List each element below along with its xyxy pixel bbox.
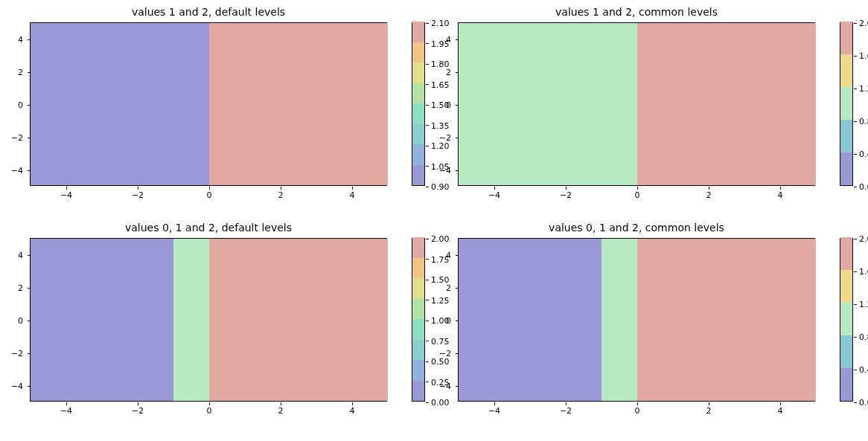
xtick-label: 0 <box>635 407 640 415</box>
axes: −4−2024−4−2024 <box>458 238 815 402</box>
colorbar-segment <box>840 152 852 185</box>
cbar-tick-mark <box>426 187 429 187</box>
cbar-tick-label: 0.90 <box>431 183 450 191</box>
xtick-label: 2 <box>278 191 284 199</box>
cbar-tick-label: 0.0 <box>859 399 868 407</box>
ytick-label: −2 <box>429 134 451 142</box>
cbar-tick-label: 1.2 <box>859 300 868 309</box>
ytick-label: 0 <box>429 101 451 109</box>
xtick-label: 2 <box>278 407 284 415</box>
xtick-label: 4 <box>778 407 783 415</box>
cbar-tick-mark <box>426 341 429 341</box>
cbar-tick-mark <box>854 23 857 24</box>
ytick-mark <box>456 321 459 321</box>
ytick-label: 2 <box>1 284 23 292</box>
figure: values 1 and 2, default levels−4−2024−4−… <box>0 0 868 441</box>
ytick-label: 0 <box>429 317 451 325</box>
cbar-tick-label: 1.65 <box>431 80 450 88</box>
ytick-mark <box>456 255 459 256</box>
colorbar-segment <box>840 54 852 87</box>
subplot-1: values 1 and 2, common levels−4−2024−4−2… <box>458 22 868 186</box>
colorbar-segment <box>412 340 424 361</box>
ytick-mark <box>28 138 31 138</box>
xtick-mark <box>352 402 353 405</box>
cbar-tick-mark <box>426 23 429 24</box>
xtick-mark <box>209 187 210 190</box>
xtick-mark <box>281 187 281 190</box>
subplot-2: values 0, 1 and 2, default levels−4−2024… <box>30 238 462 402</box>
ytick-mark <box>456 138 459 138</box>
ytick-mark <box>28 72 31 73</box>
xtick-label: −2 <box>132 191 144 199</box>
colorbar-segment <box>840 237 852 270</box>
ytick-label: 0 <box>1 101 23 109</box>
colorbar-segment <box>840 22 852 54</box>
xtick-label: −4 <box>60 407 72 415</box>
ytick-mark <box>28 105 31 106</box>
ytick-label: −2 <box>429 350 451 358</box>
xtick-mark <box>281 402 281 405</box>
ytick-label: −4 <box>429 167 451 175</box>
colorbar-segment <box>412 22 424 42</box>
cbar-tick-mark <box>854 239 857 239</box>
ytick-mark <box>456 105 459 106</box>
cbar-tick-mark <box>426 239 429 239</box>
xtick-mark <box>780 187 781 190</box>
colorbar-segment <box>840 270 852 303</box>
xtick-label: 0 <box>635 191 640 199</box>
cbar-tick-label: 0.75 <box>431 337 450 345</box>
cbar-tick-mark <box>426 361 429 362</box>
colorbar: 0.00.40.81.21.62.0 <box>840 22 853 186</box>
axes: −4−2024−4−2024 <box>30 22 387 186</box>
ytick-mark <box>28 288 31 289</box>
ytick-label: 4 <box>1 36 23 44</box>
colorbar: 0.000.250.500.751.001.251.501.752.00 <box>412 238 425 402</box>
colorbar: 0.00.40.81.21.62.0 <box>840 238 853 402</box>
ytick-label: −4 <box>429 382 451 390</box>
colorbar-segment <box>840 303 852 335</box>
xtick-label: −2 <box>560 407 572 415</box>
xtick-mark <box>138 187 138 190</box>
ytick-mark <box>28 170 31 171</box>
xtick-label: 2 <box>706 191 712 199</box>
axes: −4−2024−4−2024 <box>458 22 815 186</box>
xtick-mark <box>566 402 567 405</box>
region <box>601 239 637 401</box>
chart-title: values 1 and 2, common levels <box>458 6 815 18</box>
ytick-mark <box>28 255 31 256</box>
cbar-tick-label: 2.0 <box>859 235 868 243</box>
ytick-label: 0 <box>1 317 23 325</box>
ytick-mark <box>28 39 31 40</box>
xtick-label: 0 <box>207 407 212 415</box>
cbar-tick-mark <box>426 125 429 126</box>
colorbar-segment <box>840 120 852 152</box>
xtick-label: −4 <box>488 407 500 415</box>
region <box>459 23 637 185</box>
region <box>637 239 816 401</box>
region <box>209 23 388 185</box>
cbar-tick-label: 0.8 <box>859 333 868 341</box>
cbar-tick-mark <box>854 271 857 272</box>
cbar-tick-label: 0.50 <box>431 358 450 366</box>
xtick-mark <box>209 402 210 405</box>
xtick-label: −2 <box>560 191 572 199</box>
ytick-mark <box>456 386 459 387</box>
cbar-tick-label: 0.00 <box>431 399 450 407</box>
ytick-label: −4 <box>1 382 23 390</box>
colorbar-segment <box>412 299 424 320</box>
region <box>209 239 388 401</box>
ytick-mark <box>456 72 459 73</box>
cbar-tick-label: 0.4 <box>859 150 868 158</box>
cbar-tick-mark <box>854 187 857 187</box>
cbar-tick-label: 2.10 <box>431 19 450 28</box>
region <box>173 239 209 401</box>
xtick-mark <box>66 402 67 405</box>
chart-title: values 0, 1 and 2, default levels <box>30 222 387 234</box>
ytick-label: 2 <box>1 68 23 77</box>
xtick-label: −4 <box>60 191 72 199</box>
colorbar-segment <box>412 42 424 63</box>
cbar-tick-label: 1.20 <box>431 142 450 150</box>
colorbar-segment <box>412 278 424 299</box>
xtick-label: −2 <box>132 407 144 415</box>
cbar-tick-mark <box>426 280 429 280</box>
